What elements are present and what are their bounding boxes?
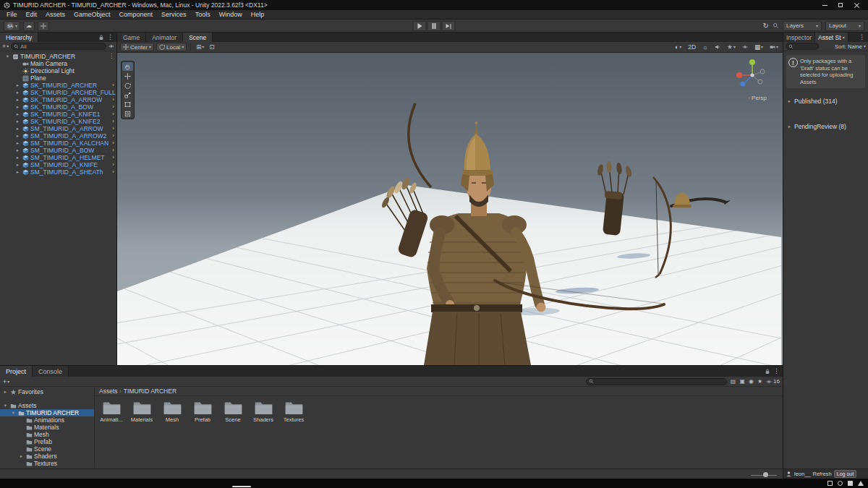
hierarchy-item[interactable]: ▸SM_TIMURID_A_BOW›	[0, 147, 116, 154]
menu-file[interactable]: File	[2, 11, 22, 18]
project-search-input[interactable]	[595, 378, 724, 385]
visibility-toggle[interactable]	[741, 43, 749, 51]
lock-icon[interactable]	[98, 35, 104, 40]
draw-mode-dropdown[interactable]: ◐▾	[673, 43, 683, 51]
project-folder[interactable]: Textures	[281, 401, 306, 423]
open-prefab-button[interactable]: ›	[112, 169, 114, 175]
project-tree-item[interactable]: Textures	[0, 460, 94, 467]
tab-scene[interactable]: Scene	[183, 33, 213, 42]
tray-icon[interactable]	[848, 481, 853, 486]
hidden-count-badge[interactable]: 16	[766, 378, 780, 385]
menu-edit[interactable]: Edit	[22, 11, 42, 18]
project-tree-item[interactable]: ▾TIMURID ARCHER	[0, 409, 94, 416]
open-prefab-button[interactable]: ›	[112, 97, 114, 103]
effects-dropdown[interactable]: ▾	[726, 43, 737, 51]
snap-increment-button[interactable]: ⊡	[208, 43, 216, 51]
breadcrumb-current[interactable]: TIMURID ARCHER	[124, 388, 176, 395]
tab-console[interactable]: Console	[33, 366, 69, 377]
add-object-button[interactable]: +▾	[2, 43, 9, 50]
menu-services[interactable]: Services	[157, 11, 191, 18]
menu-window[interactable]: Window	[215, 11, 247, 18]
tab-project[interactable]: Project	[0, 366, 33, 377]
scene-picking-icon[interactable]	[109, 43, 114, 49]
hierarchy-item[interactable]: Main Camera	[0, 60, 116, 67]
hierarchy-root[interactable]: ▾ TIMURID_ARCHER ⋮	[0, 53, 116, 60]
pause-button[interactable]	[427, 21, 441, 31]
open-prefab-button[interactable]: ›	[112, 126, 114, 132]
grid-visibility-dropdown[interactable]: ▦▾	[753, 43, 765, 51]
inspector-section[interactable]: ▸PendingReview (8)	[783, 122, 868, 131]
account-dropdown[interactable]: SA ▾	[4, 21, 20, 31]
project-tree-item[interactable]: Scene	[0, 445, 94, 453]
hierarchy-item[interactable]: ▸SK_TIMURID_A_BOW›	[0, 103, 116, 111]
project-folder[interactable]: Mesh	[160, 401, 184, 423]
open-prefab-button[interactable]: ›	[112, 162, 114, 168]
tab-hierarchy[interactable]: Hierarchy	[0, 33, 38, 42]
tab-animator[interactable]: Animator	[146, 33, 183, 42]
hierarchy-search[interactable]	[11, 43, 106, 50]
open-prefab-button[interactable]: ›	[112, 155, 114, 160]
hierarchy-item[interactable]: Directional Light	[0, 67, 116, 74]
projection-label[interactable]: ‹ Persp	[748, 95, 767, 101]
cloud-services-button[interactable]: ☁	[23, 21, 35, 31]
hierarchy-item[interactable]: ▸SM_TIMURID_A_KALCHAN›	[0, 140, 116, 147]
project-tree-item[interactable]: Prefab	[0, 438, 94, 445]
view-tool[interactable]	[122, 62, 133, 71]
menu-help[interactable]: Help	[247, 11, 269, 18]
hierarchy-item[interactable]: ▸SK_TIMURID_A_KNIFE2›	[0, 118, 116, 125]
logout-button[interactable]: Log out	[834, 470, 856, 478]
hierarchy-item[interactable]: ▸SM_TIMURID_A_ARROW›	[0, 125, 116, 132]
expand-arrow-icon[interactable]: ▾	[10, 410, 17, 416]
panel-menu-icon[interactable]: ⋮	[859, 34, 865, 40]
expand-arrow-icon[interactable]: ▾	[4, 53, 11, 59]
project-folder[interactable]: Prefab	[190, 401, 215, 423]
project-tree-item[interactable]: ▸Shaders	[0, 453, 94, 460]
transform-tool[interactable]	[122, 109, 133, 118]
rect-tool[interactable]	[122, 100, 133, 108]
inspector-section[interactable]: ▸Published (314)	[783, 97, 868, 106]
project-toolbar-icon[interactable]: ▣	[739, 378, 745, 385]
open-prefab-button[interactable]: ›	[112, 82, 114, 88]
project-toolbar-icon[interactable]: ◉	[749, 378, 754, 385]
project-search[interactable]	[586, 378, 727, 385]
refresh-button[interactable]: Refresh	[813, 471, 832, 477]
move-tool[interactable]	[122, 72, 133, 80]
expand-arrow-icon[interactable]: ▾	[2, 403, 9, 408]
hierarchy-item[interactable]: ▸SM_TIMURID_A_ARROW2›	[0, 132, 116, 140]
tray-icon[interactable]	[838, 481, 843, 486]
hierarchy-item[interactable]: ▸SK_TIMURID_ARCHER›	[0, 82, 116, 89]
menu-assets[interactable]: Assets	[41, 11, 69, 18]
open-prefab-button[interactable]: ›	[112, 119, 114, 124]
menu-component[interactable]: Component	[115, 11, 158, 18]
project-folder[interactable]: Shaders	[251, 401, 276, 423]
open-prefab-button[interactable]: ›	[112, 104, 114, 110]
audio-toggle[interactable]	[713, 43, 722, 51]
project-folder[interactable]: Materials	[129, 401, 154, 423]
tab-game[interactable]: Game	[117, 33, 146, 42]
undo-history-button[interactable]: ↻	[763, 22, 769, 30]
minimize-button[interactable]	[817, 0, 833, 10]
scale-tool[interactable]	[122, 90, 133, 99]
global-search-button[interactable]	[773, 22, 779, 29]
hierarchy-item[interactable]: Plane	[0, 74, 116, 82]
open-prefab-button[interactable]: ›	[112, 133, 114, 139]
hierarchy-item[interactable]: ▸SK_TIMURID_A_ARROW›	[0, 96, 116, 103]
pivot-mode-dropdown[interactable]: Center ▾	[120, 43, 154, 51]
slider-knob[interactable]	[763, 472, 768, 477]
camera-settings-dropdown[interactable]: ▾	[768, 43, 780, 51]
project-tree-item[interactable]: ▸Packages	[0, 467, 94, 468]
tab-inspector[interactable]: Inspector	[783, 33, 815, 42]
project-tree-item[interactable]: Animations	[0, 416, 94, 424]
close-button[interactable]	[848, 0, 864, 10]
scene-menu-icon[interactable]: ⋮	[109, 53, 114, 59]
tray-icon[interactable]	[827, 481, 833, 486]
handle-space-dropdown[interactable]: Local ▾	[156, 43, 187, 51]
step-button[interactable]	[442, 21, 456, 31]
project-toolbar-icon[interactable]: ▤	[731, 378, 736, 385]
project-tree-item[interactable]: Mesh	[0, 431, 94, 438]
project-folder[interactable]: Scene	[221, 401, 245, 423]
hierarchy-search-input[interactable]	[20, 43, 103, 50]
tab-asset-store[interactable]: Asset St▾	[815, 33, 848, 42]
panel-menu-icon[interactable]: ⋮	[773, 368, 780, 374]
breadcrumb-assets[interactable]: Assets	[99, 388, 118, 395]
